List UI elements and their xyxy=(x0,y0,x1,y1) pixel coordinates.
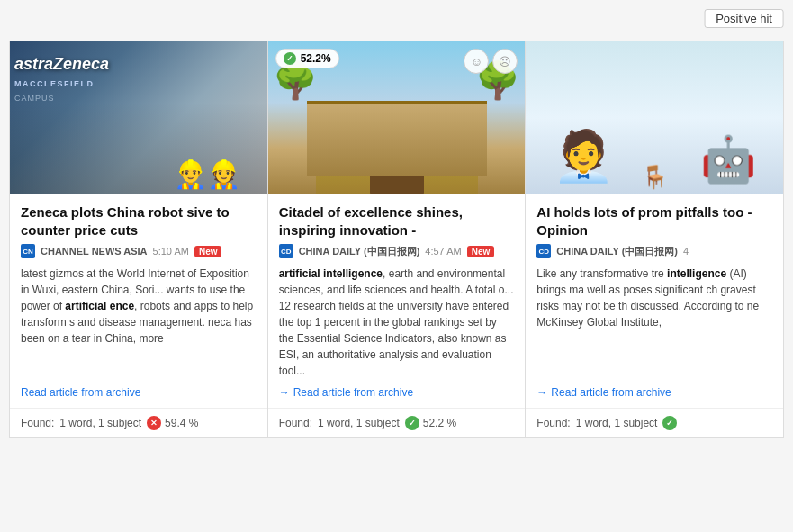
read-archive-link-3[interactable]: → Read article from archive xyxy=(536,386,772,399)
card-footer-2: Found: 1 word, 1 subject ✓ 52.2 % xyxy=(268,408,526,437)
source-icon-2: CD xyxy=(279,244,293,258)
robot-figure-icon: 🤖 xyxy=(700,133,756,185)
new-badge-1: New xyxy=(194,246,222,257)
score-badge-2: ✓ 52.2% xyxy=(275,49,339,68)
card-excerpt-2: artificial intelligence, earth and envir… xyxy=(279,266,515,379)
card-body-3: AI holds lots of prom pitfalls too - Opi… xyxy=(526,194,783,408)
match-score-3: ✓ xyxy=(662,416,677,430)
score-value-1: 59.4 % xyxy=(165,417,198,429)
card-image-1: astraZeneca MACCLESFIELD CAMPUS 👷‍♂️👷 xyxy=(10,41,267,194)
card-image-3: 🧑‍💼 🪑 🤖 xyxy=(526,41,783,194)
read-archive-link-2[interactable]: → Read article from archive xyxy=(279,386,515,399)
card-excerpt-1: latest gizmos at the World Internet of E… xyxy=(21,266,257,379)
time-label-3: 4 xyxy=(683,246,689,257)
score-circle-3: ✓ xyxy=(662,416,677,430)
score-circle-2: ✓ xyxy=(405,416,419,430)
card-meta-1: CN CHANNEL NEWS ASIA 5:10 AM New xyxy=(21,244,257,258)
gate-chinese-text: 中国科学技术大学 xyxy=(357,118,437,131)
read-archive-text-1: Read article from archive xyxy=(21,386,140,399)
source-icon-3: CD xyxy=(536,244,551,258)
card-footer-3: Found: 1 word, 1 subject ✓ xyxy=(526,408,783,437)
card-body-1: Zeneca plots China robot sive to counter… xyxy=(10,194,267,408)
astra-campus-text: CAMPUS xyxy=(14,94,55,103)
card-meta-2: CD CHINA DAILY (中国日报网) 4:57 AM New xyxy=(279,244,515,258)
score-dot-green: ✓ xyxy=(284,52,296,65)
footer-match-2: 1 word, 1 subject xyxy=(318,417,400,429)
card-meta-3: CD CHINA DAILY (中国日报网) 4 xyxy=(536,244,772,258)
article-card-1: astraZeneca MACCLESFIELD CAMPUS 👷‍♂️👷 Ze… xyxy=(10,41,268,437)
positive-hit-label: Positive hit xyxy=(704,9,784,28)
gate-arch: 中国科学技术大学 xyxy=(316,113,478,194)
new-badge-2: New xyxy=(467,246,495,257)
footer-found-3: Found: xyxy=(536,417,570,429)
article-card-3: 🧑‍💼 🪑 🤖 AI holds lots of prom pitfalls t… xyxy=(526,41,783,437)
time-label-1: 5:10 AM xyxy=(153,246,189,257)
score-circle-1: ✕ xyxy=(147,416,161,430)
thumbs-down-button[interactable]: ☹ xyxy=(492,49,518,74)
human-figure-icon: 🧑‍💼 xyxy=(553,127,615,185)
time-label-2: 4:57 AM xyxy=(425,246,461,257)
card-excerpt-3: Like any transformative tre intelligence… xyxy=(536,266,772,379)
footer-found-2: Found: xyxy=(279,417,312,429)
source-name-3: CHINA DAILY (中国日报网) xyxy=(556,245,678,258)
match-score-1: ✕ 59.4 % xyxy=(147,416,198,430)
article-card-2: 🌳 🌳 中国科学技术大学 ✓ 52.2% ☺ ☹ Citadel of exce… xyxy=(268,41,527,437)
read-archive-text-2: Read article from archive xyxy=(293,386,413,399)
score-badge-value: 52.2% xyxy=(301,52,331,65)
arrow-icon-3: → xyxy=(536,386,547,399)
source-icon-1: CN xyxy=(21,244,35,258)
page-wrapper: Positive hit astraZeneca MACCLESFIELD CA… xyxy=(9,9,784,438)
chairs-icon: 🪑 xyxy=(641,164,669,190)
read-archive-text-3: Read article from archive xyxy=(551,386,671,399)
thumbs-up-button[interactable]: ☺ xyxy=(464,49,489,74)
card-body-2: Citadel of excellence shines, inspiring … xyxy=(268,194,526,408)
source-name-1: CHANNEL NEWS ASIA xyxy=(41,246,148,257)
footer-found-1: Found: xyxy=(21,417,54,429)
match-score-2: ✓ 52.2 % xyxy=(405,416,456,430)
arrow-icon-2: → xyxy=(279,386,290,399)
score-value-2: 52.2 % xyxy=(423,417,456,429)
footer-match-1: 1 word, 1 subject xyxy=(59,417,141,429)
card-title-2: Citadel of excellence shines, inspiring … xyxy=(279,203,515,239)
card-title-1: Zeneca plots China robot sive to counter… xyxy=(21,203,257,239)
card-footer-1: Found: 1 word, 1 subject ✕ 59.4 % xyxy=(10,408,267,437)
workers-icon: 👷‍♂️👷 xyxy=(174,158,240,190)
card-title-3: AI holds lots of prom pitfalls too - Opi… xyxy=(536,203,772,239)
card-image-2: 🌳 🌳 中国科学技术大学 ✓ 52.2% ☺ ☹ xyxy=(268,41,526,194)
read-archive-link-1[interactable]: Read article from archive xyxy=(21,386,257,399)
feedback-buttons-2: ☺ ☹ xyxy=(464,49,518,74)
source-name-2: CHINA DAILY (中国日报网) xyxy=(299,245,420,258)
astrazeneca-logo-text: astraZeneca xyxy=(14,55,109,74)
astra-macclesfield: MACCLESFIELD xyxy=(14,79,95,88)
gate-door xyxy=(370,149,424,194)
cards-container: astraZeneca MACCLESFIELD CAMPUS 👷‍♂️👷 Ze… xyxy=(9,41,784,438)
footer-match-3: 1 word, 1 subject xyxy=(576,417,658,429)
